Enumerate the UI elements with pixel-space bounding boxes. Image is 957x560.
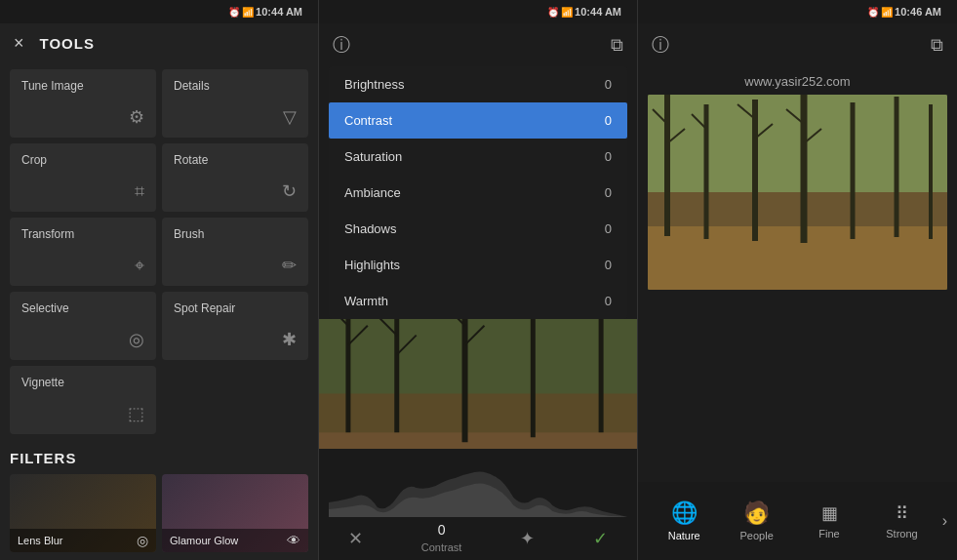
- filter-lens-blur-label: Lens Blur: [18, 535, 62, 546]
- fine-label: Fine: [818, 528, 839, 540]
- time-left: 10:44 AM: [256, 6, 302, 18]
- tool-details[interactable]: Details ▽: [162, 69, 308, 138]
- tool-crop[interactable]: Crop ⌗: [10, 143, 156, 212]
- alarm-icon: ⏰: [228, 7, 240, 18]
- tool-vignette-label: Vignette: [21, 376, 144, 389]
- filters-grid: Lens Blur ◎ Glamour Glow 👁: [10, 474, 308, 552]
- cancel-button[interactable]: ✕: [348, 528, 363, 549]
- help-icon[interactable]: ⓘ: [333, 33, 350, 57]
- adjustment-brightness[interactable]: Brightness 0: [329, 66, 627, 102]
- warmth-value: 0: [605, 294, 612, 308]
- tool-spot-repair[interactable]: Spot Repair ✱: [162, 292, 308, 360]
- adjustment-warmth[interactable]: Warmth 0: [329, 283, 627, 319]
- tool-tune-image[interactable]: Tune Image ⚙: [10, 69, 156, 138]
- people-icon: 🧑: [743, 500, 770, 526]
- nature-icon: 🌐: [671, 500, 698, 526]
- tool-tune-image-label: Tune Image: [21, 79, 144, 93]
- filter-glamour-glow-label: Glamour Glow: [170, 535, 238, 546]
- spot-repair-icon: ✱: [282, 329, 297, 350]
- right-spacer: [638, 290, 957, 482]
- filters-section: FILTERS Lens Blur ◎ Glamour Glow 👁: [0, 440, 318, 558]
- status-bar-right: ⏰ 📶 10:46 AM: [638, 0, 957, 23]
- tool-brush-label: Brush: [174, 227, 297, 241]
- tool-transform[interactable]: Transform ⌖: [10, 218, 156, 286]
- tool-details-label: Details: [174, 79, 297, 93]
- status-bar-middle: ⏰ 📶 10:44 AM: [319, 0, 637, 23]
- selective-icon: ◎: [129, 329, 144, 350]
- chevron-right-icon[interactable]: ›: [942, 512, 947, 530]
- footer-label: 0 Contrast: [421, 522, 462, 555]
- time-middle: 10:44 AM: [575, 6, 621, 18]
- toolbar-header: × TOOLS: [0, 23, 318, 63]
- highlights-label: Highlights: [344, 258, 400, 272]
- transform-icon: ⌖: [135, 256, 144, 276]
- compare-icon-right[interactable]: ⧉: [931, 35, 943, 56]
- close-button[interactable]: ×: [14, 33, 24, 54]
- tools-grid: Tune Image ⚙ Details ▽ Crop ⌗ Rotate ↻ T…: [0, 63, 318, 366]
- left-panel: ⏰ 📶 10:44 AM × TOOLS Tune Image ⚙ Detail…: [0, 0, 319, 560]
- people-label: People: [740, 530, 774, 541]
- filters-title: FILTERS: [10, 450, 308, 466]
- contrast-value: 0: [605, 113, 612, 128]
- ambiance-label: Ambiance: [344, 185, 401, 200]
- strong-label: Strong: [886, 528, 917, 540]
- tree-image-middle: [319, 319, 637, 449]
- svg-rect-2: [319, 393, 637, 432]
- lens-blur-icon: ◎: [137, 533, 148, 548]
- vignette-row: Vignette ⬚: [0, 366, 318, 440]
- adjustment-shadows[interactable]: Shadows 0: [329, 211, 627, 247]
- filter-tabs-footer: 🌐 Nature 🧑 People ▦ Fine ⠿ Strong ›: [638, 482, 957, 560]
- tools-title: TOOLS: [40, 35, 95, 52]
- filter-lens-blur[interactable]: Lens Blur ◎: [10, 474, 156, 552]
- alarm-icon-mid: ⏰: [547, 7, 559, 18]
- tool-crop-label: Crop: [21, 153, 144, 167]
- tune-image-icon: ⚙: [129, 106, 144, 128]
- filter-tab-nature[interactable]: 🌐 Nature: [648, 495, 720, 547]
- highlights-value: 0: [605, 258, 612, 272]
- filter-tab-people[interactable]: 🧑 People: [720, 495, 792, 547]
- tool-brush[interactable]: Brush ✏: [162, 218, 308, 286]
- adjustment-highlights[interactable]: Highlights 0: [329, 247, 627, 283]
- magic-wand-button[interactable]: ✦: [520, 528, 535, 549]
- contrast-label: Contrast: [344, 113, 392, 128]
- filter-glamour-glow[interactable]: Glamour Glow 👁: [162, 474, 308, 552]
- ambiance-value: 0: [605, 185, 612, 200]
- tool-vignette[interactable]: Vignette ⬚: [10, 366, 156, 434]
- mid-footer: ✕ 0 Contrast ✦ ✓: [319, 517, 637, 560]
- time-right: 10:46 AM: [895, 6, 941, 18]
- adjustment-contrast[interactable]: Contrast 0: [329, 102, 627, 139]
- shadows-label: Shadows: [344, 221, 396, 236]
- status-bar-left: ⏰ 📶 10:44 AM: [0, 0, 318, 23]
- tool-rotate[interactable]: Rotate ↻: [162, 143, 308, 212]
- tool-spot-repair-label: Spot Repair: [174, 301, 297, 315]
- details-icon: ▽: [283, 106, 297, 128]
- brush-icon: ✏: [282, 255, 297, 276]
- alarm-icon-right: ⏰: [867, 7, 879, 18]
- histogram: [319, 449, 637, 517]
- filter-tab-fine[interactable]: ▦ Fine: [793, 497, 865, 545]
- adjustment-ambiance[interactable]: Ambiance 0: [329, 175, 627, 211]
- vignette-icon: ⬚: [128, 403, 144, 424]
- tool-transform-label: Transform: [21, 227, 144, 241]
- tool-selective[interactable]: Selective ◎: [10, 292, 156, 360]
- wifi-icon-right: 📶: [881, 7, 893, 18]
- wifi-icon: 📶: [242, 7, 254, 18]
- shadows-value: 0: [605, 221, 612, 236]
- fine-icon: ▦: [821, 502, 838, 524]
- help-icon-right[interactable]: ⓘ: [652, 33, 669, 57]
- adjustment-saturation[interactable]: Saturation 0: [329, 139, 627, 175]
- filter-tab-strong[interactable]: ⠿ Strong: [865, 497, 937, 545]
- svg-rect-17: [648, 192, 947, 226]
- nature-label: Nature: [668, 530, 700, 541]
- saturation-label: Saturation: [344, 149, 402, 164]
- svg-rect-18: [648, 95, 947, 192]
- saturation-value: 0: [605, 149, 612, 164]
- compare-icon[interactable]: ⧉: [611, 35, 623, 56]
- middle-panel: ⏰ 📶 10:44 AM ⓘ ⧉ Brightness 0 Contrast 0…: [319, 0, 638, 560]
- mid-header: ⓘ ⧉: [319, 23, 637, 66]
- wifi-icon-mid: 📶: [561, 7, 573, 18]
- confirm-button[interactable]: ✓: [593, 528, 608, 549]
- contrast-sublabel: Contrast: [421, 541, 462, 553]
- glamour-glow-icon: 👁: [287, 533, 300, 548]
- right-header: ⓘ ⧉: [638, 23, 957, 66]
